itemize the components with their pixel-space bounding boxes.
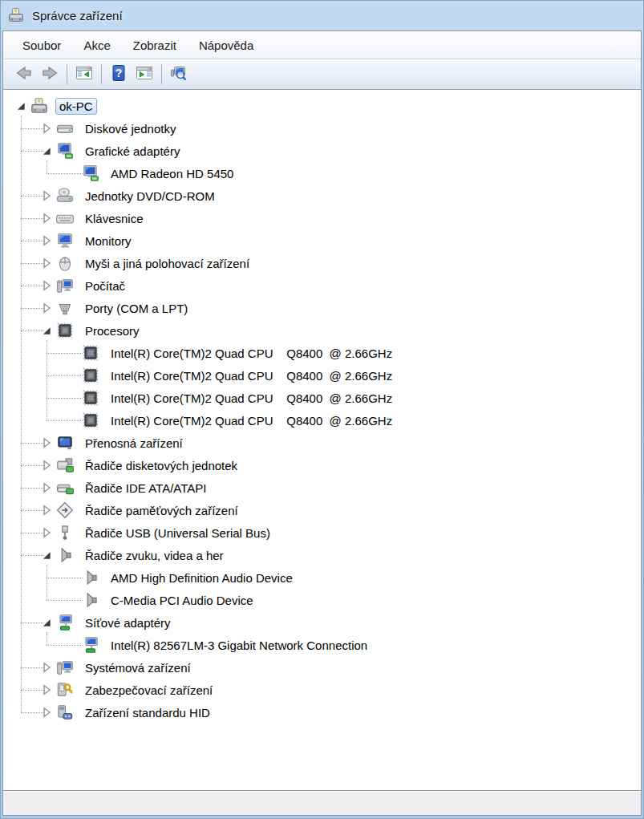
- tree-connector-line: [21, 241, 43, 241]
- tree-item[interactable]: Počítač: [41, 274, 129, 297]
- expand-arrow-icon[interactable]: [41, 505, 52, 516]
- tree-item[interactable]: Intel(R) 82567LM-3 Gigabit Network Conne…: [67, 634, 371, 656]
- show-action-pane-button[interactable]: [132, 63, 157, 87]
- tree-item-label[interactable]: Řadiče disketových jednotek: [81, 457, 241, 474]
- device-manager-icon: [30, 96, 49, 116]
- tree-item-label[interactable]: AMD Radeon HD 5450: [107, 165, 237, 182]
- back-button[interactable]: [11, 63, 37, 87]
- expand-arrow-icon[interactable]: [41, 190, 52, 201]
- tree-item[interactable]: Diskové jednotky: [41, 117, 180, 140]
- menu-item-view[interactable]: Zobrazit: [122, 34, 188, 57]
- forward-button[interactable]: [37, 63, 63, 87]
- menu-item-action[interactable]: Akce: [72, 34, 121, 57]
- device-manager-icon[interactable]: [7, 6, 25, 24]
- tree-item[interactable]: AMD High Definition Audio Device: [67, 566, 297, 589]
- tree-item-label[interactable]: Grafické adaptéry: [81, 143, 184, 160]
- tree-item-label[interactable]: Řadiče paměťových zařízení: [81, 502, 242, 519]
- tree-item-label[interactable]: Zařízení standardu HID: [81, 704, 214, 721]
- tree-item-label[interactable]: Řadiče IDE ATA/ATAPI: [81, 480, 210, 497]
- expand-arrow-icon[interactable]: [41, 213, 52, 224]
- tree-item-label[interactable]: Přenosná zařízení: [81, 435, 187, 452]
- tree-item-label[interactable]: Intel(R) Core(TM)2 Quad CPU Q8400 @ 2.66…: [107, 390, 396, 407]
- tree-item-label[interactable]: Řadiče USB (Universal Serial Bus): [81, 525, 274, 541]
- collapse-arrow-icon[interactable]: [41, 549, 52, 561]
- expand-arrow-icon[interactable]: [41, 527, 52, 538]
- tree-item-label[interactable]: Intel(R) Core(TM)2 Quad CPU Q8400 @ 2.66…: [107, 345, 396, 362]
- collapse-arrow-icon[interactable]: [41, 145, 52, 156]
- tree-item[interactable]: Intel(R) Core(TM)2 Quad CPU Q8400 @ 2.66…: [67, 342, 396, 364]
- help-button[interactable]: ?: [106, 63, 132, 87]
- tree-item-label[interactable]: Zabezpečovací zařízení: [81, 682, 217, 699]
- scan-hardware-changes-button[interactable]: [166, 63, 192, 87]
- tree-item[interactable]: Řadiče IDE ATA/ATAPI: [41, 476, 210, 499]
- processor-icon: [81, 388, 100, 407]
- tree-item-label[interactable]: Procesory: [81, 322, 144, 339]
- audio-icon: [81, 568, 100, 587]
- expand-arrow-icon[interactable]: [41, 662, 52, 673]
- keyboard-icon: [55, 209, 75, 228]
- expand-arrow-icon[interactable]: [41, 123, 52, 134]
- tree-connector-line: [21, 308, 43, 309]
- tree-item-label[interactable]: Systémová zařízení: [81, 659, 195, 676]
- tree-connector-line: [21, 690, 43, 691]
- expand-arrow-icon[interactable]: [41, 257, 52, 269]
- tree-connector-line: [21, 622, 43, 623]
- tree-item[interactable]: Systémová zařízení: [41, 656, 195, 679]
- menu-item-help[interactable]: Nápověda: [188, 34, 265, 57]
- tree-item-label[interactable]: Monitory: [81, 233, 136, 249]
- expand-arrow-icon[interactable]: [41, 302, 52, 314]
- menu-item-file[interactable]: Soubor: [11, 34, 72, 57]
- tree-item-label[interactable]: C-Media PCI Audio Device: [107, 592, 257, 609]
- tree-item[interactable]: Jednotky DVD/CD-ROM: [41, 184, 219, 207]
- tree-item[interactable]: AMD Radeon HD 5450: [67, 162, 237, 184]
- tree-item[interactable]: Řadiče USB (Universal Serial Bus): [41, 521, 274, 544]
- tree-item[interactable]: Zabezpečovací zařízení: [41, 679, 217, 701]
- expand-arrow-icon[interactable]: [41, 437, 52, 448]
- expand-arrow-icon[interactable]: [41, 235, 52, 246]
- expander-spacer: [67, 572, 78, 583]
- disk-drive-icon: [55, 119, 75, 138]
- tree-connector-line: [21, 330, 43, 331]
- tree-item[interactable]: Řadiče paměťových zařízení: [41, 499, 242, 521]
- tree-item-label[interactable]: Síťové adaptéry: [81, 614, 175, 631]
- tree-item-label[interactable]: Diskové jednotky: [81, 120, 180, 137]
- tree-item[interactable]: Intel(R) Core(TM)2 Quad CPU Q8400 @ 2.66…: [67, 409, 396, 432]
- tree-item-label[interactable]: Klávesnice: [81, 210, 148, 227]
- show-console-tree-icon: [75, 63, 94, 86]
- tree-item[interactable]: Intel(R) Core(TM)2 Quad CPU Q8400 @ 2.66…: [67, 387, 396, 409]
- tree-item[interactable]: Porty (COM a LPT): [41, 297, 192, 319]
- tree-item[interactable]: Monitory: [41, 229, 136, 252]
- tree-item[interactable]: Síťové adaptéry: [41, 611, 175, 634]
- tree-item[interactable]: Klávesnice: [41, 207, 148, 229]
- expand-arrow-icon[interactable]: [41, 460, 52, 471]
- expand-arrow-icon[interactable]: [41, 684, 52, 695]
- tree-item[interactable]: ok-PC: [15, 95, 97, 117]
- tree-item-label[interactable]: Myši a jiná polohovací zařízení: [81, 255, 253, 272]
- tree-item[interactable]: Řadiče disketových jednotek: [41, 454, 241, 476]
- tree-item-label[interactable]: AMD High Definition Audio Device: [107, 570, 297, 586]
- tree-item[interactable]: Grafické adaptéry: [41, 140, 184, 162]
- tree-item-label[interactable]: Intel(R) Core(TM)2 Quad CPU Q8400 @ 2.66…: [107, 367, 396, 384]
- expand-arrow-icon[interactable]: [41, 707, 52, 718]
- tree-item-label[interactable]: Intel(R) Core(TM)2 Quad CPU Q8400 @ 2.66…: [107, 412, 396, 429]
- tree-item[interactable]: Přenosná zařízení: [41, 432, 187, 454]
- expand-arrow-icon[interactable]: [41, 482, 52, 493]
- collapse-arrow-icon[interactable]: [41, 325, 52, 336]
- tree-item-label[interactable]: ok-PC: [55, 98, 97, 115]
- expand-arrow-icon[interactable]: [41, 280, 52, 291]
- tree-item[interactable]: C-Media PCI Audio Device: [67, 589, 257, 611]
- tree-item-label[interactable]: Intel(R) 82567LM-3 Gigabit Network Conne…: [107, 637, 371, 654]
- collapse-arrow-icon[interactable]: [15, 100, 26, 111]
- tree-item-label[interactable]: Řadiče zvuku, videa a her: [81, 547, 228, 564]
- collapse-arrow-icon[interactable]: [41, 617, 52, 628]
- tree-item[interactable]: Zařízení standardu HID: [41, 701, 214, 724]
- tree-item-label[interactable]: Počítač: [81, 278, 129, 294]
- tree-item[interactable]: Intel(R) Core(TM)2 Quad CPU Q8400 @ 2.66…: [67, 364, 396, 387]
- show-console-tree-button[interactable]: [71, 63, 97, 87]
- tree-item[interactable]: Řadiče zvuku, videa a her: [41, 544, 228, 566]
- tree-item-label[interactable]: Jednotky DVD/CD-ROM: [81, 188, 219, 205]
- network-adapter-icon: [81, 635, 100, 655]
- tree-item[interactable]: Myši a jiná polohovací zařízení: [41, 252, 253, 274]
- tree-item-label[interactable]: Porty (COM a LPT): [81, 300, 192, 317]
- tree-item[interactable]: Procesory: [41, 319, 144, 342]
